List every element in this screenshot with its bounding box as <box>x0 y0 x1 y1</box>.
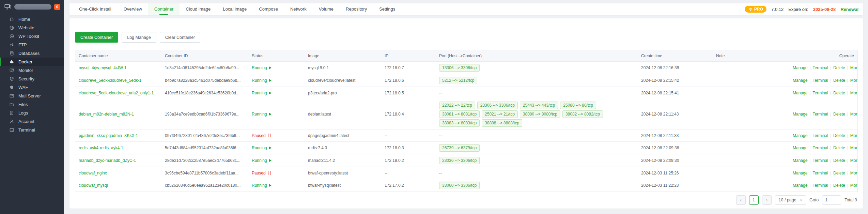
delete-action-link[interactable]: Delete <box>833 78 845 83</box>
page-number-button[interactable]: 1 <box>749 195 759 205</box>
sidebar-item-mail-server[interactable]: Mail Server <box>0 92 64 100</box>
port-cell: 13306 --> 3306/tcp <box>436 62 638 74</box>
manage-action-link[interactable]: Manage <box>793 183 807 188</box>
terminal-action-link[interactable]: Terminal <box>813 146 828 150</box>
tab-local-image[interactable]: Local image <box>217 3 253 15</box>
action-separator: | <box>830 91 831 95</box>
more-action-link[interactable]: More∨ <box>850 65 857 70</box>
terminal-action-link[interactable]: Terminal <box>813 65 828 70</box>
container-name-link[interactable]: cloudreve_5edk-cloudreve_aria2_only1-1 <box>79 91 154 95</box>
sidebar-item-waf[interactable]: WAF <box>0 83 64 92</box>
manage-action-link[interactable]: Manage <box>793 133 807 138</box>
delete-action-link[interactable]: Delete <box>833 112 845 117</box>
server-name-masked <box>14 4 51 10</box>
status-cell: Paused <box>248 170 305 176</box>
create-container-button[interactable]: Create Container <box>75 32 118 43</box>
transfer-arrows-icon <box>9 42 14 47</box>
container-name-link[interactable]: mariadb_dzyc-mariadb_dZyC-1 <box>79 158 136 163</box>
database-icon <box>9 51 14 56</box>
manage-action-link[interactable]: Manage <box>793 158 807 163</box>
tab-volume[interactable]: Volume <box>313 3 340 15</box>
terminal-action-link[interactable]: Terminal <box>813 183 828 188</box>
tab-cloud-image[interactable]: Cloud image <box>180 3 217 15</box>
create-time-cell: 2024-12-03 11:22:23 <box>638 182 713 188</box>
delete-action-link[interactable]: Delete <box>833 91 845 95</box>
terminal-action-link[interactable]: Terminal <box>813 112 828 117</box>
sidebar-item-account[interactable]: Account <box>0 117 64 126</box>
operate-cell: Manage|Terminal|Delete|More∨ <box>789 157 857 164</box>
sidebar-item-databases[interactable]: Databases <box>0 49 64 58</box>
delete-action-link[interactable]: Delete <box>833 65 845 70</box>
more-action-link[interactable]: More∨ <box>850 171 857 175</box>
container-name-link[interactable]: pgadmin_xksx-pgadmin_XKsX-1 <box>79 133 138 138</box>
log-manage-button[interactable]: Log Manage <box>122 32 156 43</box>
more-action-link[interactable]: More∨ <box>850 158 857 163</box>
status-label: Running <box>252 183 267 188</box>
sidebar-item-ftp[interactable]: FTP <box>0 41 64 49</box>
gem-icon <box>748 7 753 12</box>
goto-page-input[interactable] <box>822 195 841 205</box>
tab-repository[interactable]: Repository <box>340 3 373 15</box>
container-name-link[interactable]: cloudwaf_nginx <box>79 171 107 175</box>
note-cell <box>713 80 789 81</box>
tab-network[interactable]: Network <box>284 3 313 15</box>
manage-action-link[interactable]: Manage <box>793 146 807 150</box>
more-action-link[interactable]: More∨ <box>850 78 857 83</box>
port-cell: -- <box>436 169 638 177</box>
manage-action-link[interactable]: Manage <box>793 65 807 70</box>
tab-compose[interactable]: Compose <box>253 3 284 15</box>
sidebar-item-website[interactable]: Website <box>0 24 64 32</box>
container-name-link[interactable]: debian_m82n-debian_m82N-1 <box>79 112 134 117</box>
notification-badge[interactable]: 0 <box>54 4 60 10</box>
container-name-link[interactable]: cloudreve_5edk-cloudreve_5edk-1 <box>79 78 141 83</box>
sidebar-item-monitor[interactable]: Monitor <box>0 66 64 75</box>
table-row: debian_m82n-debian_m82N-1193a34a7ce9edb8… <box>75 99 857 129</box>
sidebar-item-label: Account <box>18 119 34 124</box>
manage-action-link[interactable]: Manage <box>793 171 807 175</box>
status-cell: Paused <box>248 133 305 139</box>
container-name-link[interactable]: mysql_4rjw-mysql_4rJW-1 <box>79 65 126 70</box>
delete-action-link[interactable]: Delete <box>833 133 845 138</box>
tab-overview[interactable]: Overview <box>118 3 148 15</box>
delete-action-link[interactable]: Delete <box>833 183 845 188</box>
sidebar-item-docker[interactable]: Docker <box>0 58 64 66</box>
tab-one-click-install[interactable]: One-Click Install <box>73 3 118 15</box>
terminal-action-link[interactable]: Terminal <box>813 158 828 163</box>
tab-settings[interactable]: Settings <box>373 3 401 15</box>
delete-action-link[interactable]: Delete <box>833 146 845 150</box>
tab-container[interactable]: Container <box>148 3 180 15</box>
prev-page-button[interactable]: ‹ <box>736 195 746 205</box>
more-action-link[interactable]: More∨ <box>850 183 857 188</box>
terminal-action-link[interactable]: Terminal <box>813 133 828 138</box>
delete-action-link[interactable]: Delete <box>833 171 845 175</box>
sidebar-item-security[interactable]: Security <box>0 75 64 83</box>
sidebar-item-files[interactable]: Files <box>0 100 64 109</box>
next-page-button[interactable]: › <box>762 195 772 205</box>
container-name-link[interactable]: redis_ayk4-redis_ayk4-1 <box>79 146 123 150</box>
container-name-cell: cloudwaf_mysql <box>75 182 161 188</box>
port-cell: -- <box>436 89 638 97</box>
terminal-action-link[interactable]: Terminal <box>813 171 828 175</box>
sidebar-item-terminal[interactable]: Terminal <box>0 126 64 134</box>
more-action-link[interactable]: More∨ <box>850 146 857 150</box>
manage-action-link[interactable]: Manage <box>793 78 807 83</box>
container-name-link[interactable]: cloudwaf_mysql <box>79 183 108 188</box>
page-size-select[interactable]: 10 / page ∨ <box>775 195 806 205</box>
delete-action-link[interactable]: Delete <box>833 158 845 163</box>
status-label: Running <box>252 146 267 150</box>
sidebar-item-logs[interactable]: Logs <box>0 109 64 117</box>
operate-cell: Manage|Terminal|Delete|More∨ <box>789 77 857 83</box>
action-separator: | <box>809 78 810 83</box>
terminal-action-link[interactable]: Terminal <box>813 78 828 83</box>
terminal-action-link[interactable]: Terminal <box>813 91 828 95</box>
manage-action-link[interactable]: Manage <box>793 91 807 95</box>
more-action-link[interactable]: More∨ <box>850 112 857 117</box>
renewal-link[interactable]: Renewal <box>840 7 858 12</box>
sidebar-item-home[interactable]: Home <box>0 15 64 24</box>
clear-container-button[interactable]: Clear Container <box>160 32 201 43</box>
sidebar-item-wp-toolkit[interactable]: WP Toolkit <box>0 32 64 41</box>
manage-action-link[interactable]: Manage <box>793 112 807 117</box>
more-action-link[interactable]: More∨ <box>850 133 857 138</box>
action-separator: | <box>809 65 810 70</box>
more-action-link[interactable]: More∨ <box>850 91 857 95</box>
